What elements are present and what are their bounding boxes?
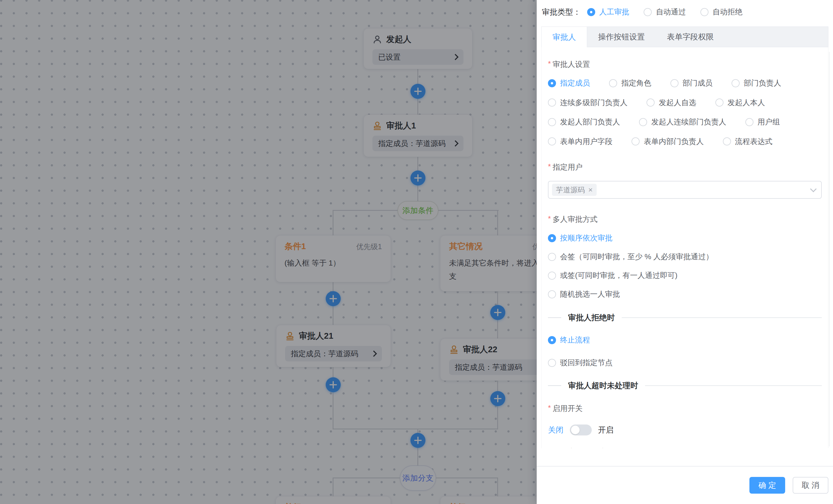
approver-setting-radio[interactable]: 发起人本人 xyxy=(715,98,765,108)
approver-tab-pane: *审批人设置 指定成员 指定角色 xyxy=(541,47,828,448)
add-node-button[interactable] xyxy=(410,84,425,99)
reject-section-divider: 审批人拒绝时 xyxy=(548,312,822,323)
approver-setting-radio[interactable]: 指定角色 xyxy=(609,78,651,88)
multi-mode-radio[interactable]: 会签（可同时审批，至少 % 人必须审批通过） xyxy=(548,252,822,262)
radio-icon xyxy=(548,99,556,106)
multi-mode-radio[interactable]: 按顺序依次审批 xyxy=(548,233,822,243)
flow-node-approver1[interactable]: 审批人1 指定成员：芋道源码 xyxy=(363,115,472,157)
approver-setting-radio[interactable]: 表单内部门负责人 xyxy=(632,136,704,147)
approver-setting-radio[interactable]: 发起人自选 xyxy=(646,98,696,108)
approver-setting-radio[interactable]: 部门成员 xyxy=(670,78,713,88)
chevron-right-icon xyxy=(452,54,459,60)
approval-type-radio[interactable]: 自动拒绝 xyxy=(700,7,742,17)
approver-setting-options-row4: 表单内用户字段 表单内部门负责人 流程表达式 xyxy=(548,136,822,147)
priority-label: 优先级1 xyxy=(356,242,382,251)
drawer-scroll-area[interactable]: 审批类型： 人工审批 自动通过 xyxy=(537,0,833,448)
approval-type-radio[interactable]: 自动通过 xyxy=(644,7,686,17)
node-content[interactable]: 指定成员：芋道源码 xyxy=(373,136,463,151)
node-title: 条件1 xyxy=(285,241,306,252)
empty-section-title: 审批人为空时 xyxy=(561,447,622,448)
cancel-button[interactable]: 取 消 xyxy=(793,477,828,494)
reject-radio[interactable]: 驳回到指定节点 xyxy=(548,358,822,368)
approver-setting-options-row1: 指定成员 指定角色 部门成员 xyxy=(548,78,822,89)
connector-line xyxy=(497,210,498,235)
switch-on-label: 开启 xyxy=(598,425,614,435)
flow-node-parallel1[interactable]: 并行1 无优先级 xyxy=(276,496,391,504)
approver-setting-options-row3: 发起人部门负责人 发起人连续部门负责人 用户组 xyxy=(548,117,822,127)
radio-icon xyxy=(723,137,731,146)
node-title: 并行2 xyxy=(449,502,470,504)
add-node-button[interactable] xyxy=(410,171,425,185)
priority-label: 无优先级 xyxy=(353,503,382,504)
user-icon xyxy=(373,34,382,44)
node-content[interactable]: 已设置 xyxy=(373,49,463,65)
tab[interactable]: 表单字段权限 xyxy=(656,27,725,47)
confirm-button[interactable]: 确 定 xyxy=(749,477,785,494)
radio-icon xyxy=(732,79,740,87)
multi-mode-radio[interactable]: 或签(可同时审批，有一人通过即可) xyxy=(548,271,822,280)
multi-mode-options: 按顺序依次审批 会签（可同时审批，至少 % 人必须审批通过） 或签(可同时审批，… xyxy=(548,233,822,299)
drawer-footer: 确 定 取 消 xyxy=(537,466,833,504)
connector-line xyxy=(333,210,333,235)
approval-type-options: 人工审批 自动通过 自动拒绝 xyxy=(587,7,756,17)
approver-setting-radio[interactable]: 连续多级部门负责人 xyxy=(548,98,627,108)
assign-user-select[interactable]: 芋道源码 × xyxy=(548,181,822,199)
add-node-button[interactable] xyxy=(490,391,505,406)
user-tag: 芋道源码 × xyxy=(552,184,597,196)
approver-setting-radio[interactable]: 部门负责人 xyxy=(732,78,781,88)
radio-icon xyxy=(639,118,647,126)
reject-section-title: 审批人拒绝时 xyxy=(561,312,622,323)
add-node-button[interactable] xyxy=(410,433,425,448)
approver-setting-radio[interactable]: 用户组 xyxy=(745,117,780,127)
chevron-down-icon xyxy=(810,186,817,193)
radio-icon xyxy=(632,137,640,146)
tag-close-icon[interactable]: × xyxy=(588,186,593,194)
add-branch-button[interactable]: 添加分支 xyxy=(400,465,436,491)
assign-user-label: *指定用户 xyxy=(548,162,822,172)
approver-setting-radio[interactable]: 流程表达式 xyxy=(723,136,772,147)
flow-node-condition1[interactable]: 条件1 优先级1 (输入框 等于 1） xyxy=(276,235,391,282)
radio-icon xyxy=(548,272,556,280)
radio-icon xyxy=(587,8,595,16)
flow-node-approver21[interactable]: 审批人21 指定成员：芋道源码 xyxy=(276,325,391,367)
tab-header: 审批人 操作按钮设置 表单字段权限 xyxy=(541,26,828,47)
scrollbar[interactable] xyxy=(829,52,830,446)
reject-radio[interactable]: 终止流程 xyxy=(548,335,822,345)
radio-icon xyxy=(670,79,679,87)
approver-setting-radio[interactable]: 发起人部门负责人 xyxy=(548,117,620,127)
radio-icon xyxy=(644,8,652,16)
radio-icon xyxy=(715,99,723,106)
approver-setting-options-row2: 连续多级部门负责人 发起人自选 发起人本人 xyxy=(548,98,822,108)
approval-type-label: 审批类型： xyxy=(542,7,581,17)
approver-setting-radio[interactable]: 指定成员 xyxy=(548,78,590,88)
node-content[interactable]: 指定成员：芋道源码 xyxy=(285,346,382,361)
enable-toggle[interactable] xyxy=(570,425,592,435)
tab[interactable]: 审批人 xyxy=(542,27,587,47)
add-condition-button[interactable]: 添加条件 xyxy=(398,201,438,220)
stamp-icon xyxy=(373,121,382,131)
add-node-button[interactable] xyxy=(326,377,341,392)
condition-expression: (输入框 等于 1） xyxy=(285,256,382,270)
empty-section-divider: 审批人为空时 xyxy=(548,447,822,448)
add-node-button[interactable] xyxy=(326,291,341,306)
node-title: 发起人 xyxy=(386,34,411,45)
node-config-drawer: 审批类型： 人工审批 自动通过 xyxy=(537,0,833,504)
config-tabs: 审批人 操作按钮设置 表单字段权限 *审批人设置 xyxy=(541,26,828,448)
node-title: 审批人21 xyxy=(299,330,333,342)
radio-icon xyxy=(548,118,556,126)
workflow-designer-page: 发起人 已设置 审批人1 指定成员：芋道源码 xyxy=(0,0,833,504)
approval-type-radio[interactable]: 人工审批 xyxy=(587,7,629,17)
approver-setting-radio[interactable]: 表单内用户字段 xyxy=(548,136,613,147)
radio-icon xyxy=(548,234,556,242)
connector-line xyxy=(497,478,498,497)
multi-mode-radio[interactable]: 随机挑选一人审批 xyxy=(548,289,822,299)
tab[interactable]: 操作按钮设置 xyxy=(587,27,656,47)
radio-icon xyxy=(745,118,754,126)
approval-type-row: 审批类型： 人工审批 自动通过 xyxy=(541,5,828,17)
connector-line xyxy=(333,367,333,429)
flow-node-start[interactable]: 发起人 已设置 xyxy=(363,28,472,69)
radio-icon xyxy=(548,290,556,298)
add-node-button[interactable] xyxy=(490,305,505,320)
approver-setting-radio[interactable]: 发起人连续部门负责人 xyxy=(639,117,726,127)
timeout-section-divider: 审批人超时未处理时 xyxy=(548,380,822,391)
